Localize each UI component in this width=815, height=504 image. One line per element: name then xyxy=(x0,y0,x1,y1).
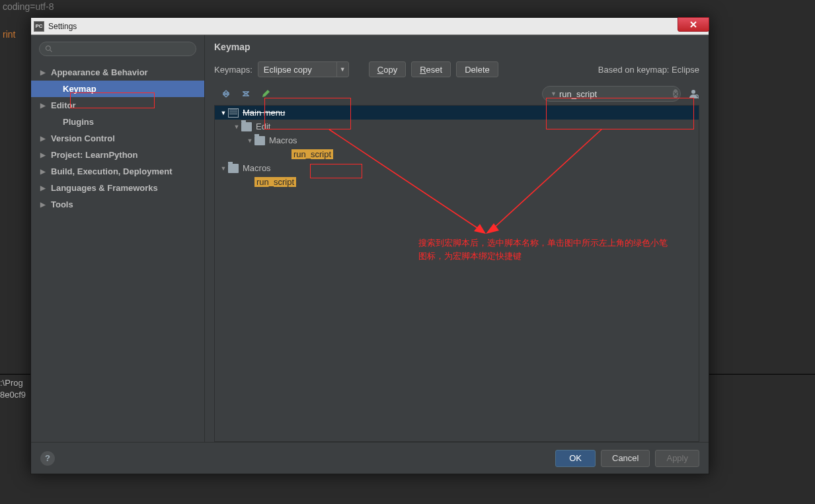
edit-shortcut-pencil-icon[interactable] xyxy=(260,89,271,99)
tree-row-run-script-2[interactable]: run_script xyxy=(215,175,699,189)
nav-languages-frameworks[interactable]: ▶Languages & Frameworks xyxy=(31,180,204,196)
dialog-title: Settings xyxy=(48,22,77,31)
clear-search-icon[interactable]: ✕ xyxy=(673,89,678,98)
reset-button[interactable]: Reset xyxy=(411,61,451,77)
nav-build-execution-deployment[interactable]: ▶Build, Execution, Deployment xyxy=(31,163,204,180)
folder-icon xyxy=(241,122,252,131)
tree-row-edit[interactable]: ▼ Edit xyxy=(215,120,699,133)
close-button[interactable] xyxy=(678,17,709,32)
apply-button[interactable]: Apply xyxy=(655,450,699,467)
nav-plugins[interactable]: ▶Plugins xyxy=(31,114,204,130)
nav-keymap[interactable]: ▶Keymap xyxy=(31,81,204,97)
nav-tools[interactable]: ▶Tools xyxy=(31,196,204,213)
menu-icon xyxy=(228,108,239,118)
nav-project[interactable]: ▶Project: LearnPython xyxy=(31,147,204,163)
keymap-toolbar-row1: Keymaps: Eclipse copy ▼ Copy Reset Delet… xyxy=(214,61,699,77)
svg-point-4 xyxy=(691,90,695,94)
nav-version-control[interactable]: ▶Version Control xyxy=(31,130,204,147)
nav-appearance-behavior[interactable]: ▶Appearance & Behavior xyxy=(31,64,204,81)
sidebar-search[interactable] xyxy=(39,42,196,56)
settings-nav: ▶Appearance & Behavior ▶Keymap ▶Editor ▶… xyxy=(31,63,204,213)
action-search-input[interactable] xyxy=(559,89,670,99)
keymaps-value: Eclipse copy xyxy=(258,62,336,77)
tree-row-macros-1[interactable]: ▼ Macros xyxy=(215,133,699,147)
dialog-footer: ? OK Cancel Apply xyxy=(31,442,709,474)
settings-sidebar: ▶Appearance & Behavior ▶Keymap ▶Editor ▶… xyxy=(31,35,205,442)
svg-line-6 xyxy=(698,98,699,98)
cancel-button[interactable]: Cancel xyxy=(601,450,650,467)
annotation-text: 搜索到宏脚本后，选中脚本名称，单击图中所示左上角的绿色小笔 图标，为宏脚本绑定快… xyxy=(418,236,736,262)
delete-button[interactable]: Delete xyxy=(456,61,498,77)
svg-line-1 xyxy=(50,50,52,52)
titlebar: PC Settings xyxy=(31,18,709,35)
tree-row-main-menu[interactable]: ▼ Main menu xyxy=(215,106,699,120)
tree-row-run-script-1[interactable]: ▼ run_script xyxy=(215,147,699,161)
based-on-label: Based on keymap: Eclipse xyxy=(598,65,699,75)
chevron-down-icon: ▼ xyxy=(336,62,348,77)
app-icon: PC xyxy=(34,21,44,32)
keymaps-label: Keymaps: xyxy=(214,65,252,75)
find-by-shortcut-icon[interactable] xyxy=(687,88,699,100)
folder-icon xyxy=(254,136,265,145)
action-tree[interactable]: ▼ Main menu ▼ Edit ▼ Macros ▼ run_script xyxy=(214,105,699,442)
nav-editor[interactable]: ▶Editor xyxy=(31,97,204,114)
dropdown-icon: ▼ xyxy=(551,90,557,97)
copy-button[interactable]: Copy xyxy=(369,61,406,77)
panel-title: Keymap xyxy=(214,42,699,52)
ok-button[interactable]: OK xyxy=(555,450,596,467)
keymaps-combobox[interactable]: Eclipse copy ▼ xyxy=(258,61,349,77)
tree-row-macros-2[interactable]: ▼ Macros xyxy=(215,161,699,175)
close-icon xyxy=(689,20,697,28)
expand-all-icon[interactable] xyxy=(221,89,231,99)
action-search-field[interactable]: ▼ ✕ xyxy=(542,86,681,102)
folder-icon xyxy=(228,164,239,173)
collapse-all-icon[interactable] xyxy=(241,89,251,99)
search-icon xyxy=(45,45,53,53)
svg-point-0 xyxy=(46,46,51,51)
help-button[interactable]: ? xyxy=(40,451,55,466)
keymap-toolbar-row2: ▼ ✕ xyxy=(214,84,699,104)
